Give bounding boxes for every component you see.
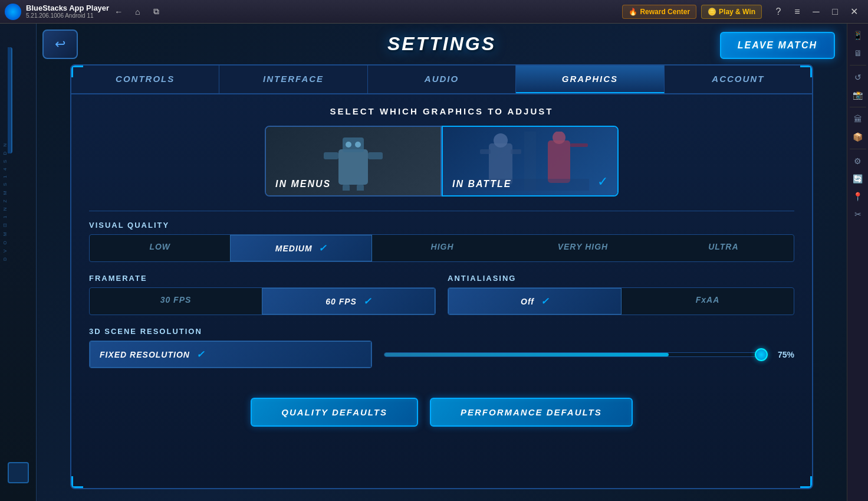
quality-low[interactable]: LOW — [90, 235, 230, 261]
visual-quality-options: LOW MEDIUM ✓ HIGH VERY HIGH ULTRA — [89, 234, 794, 262]
svg-rect-4 — [324, 152, 338, 159]
app-name: BlueStacks App Player — [26, 4, 109, 13]
quality-high[interactable]: HIGH — [372, 235, 512, 261]
sidebar-icon-1[interactable]: 📱 — [850, 27, 866, 44]
svg-rect-14 — [570, 143, 588, 147]
quality-defaults-button[interactable]: QUALITY DEFAULTS — [251, 398, 418, 427]
tab-graphics[interactable]: GRAPHICS — [516, 66, 664, 93]
resolution-slider-fill — [384, 353, 669, 356]
nav-home-button[interactable]: ⌂ — [128, 4, 147, 20]
bottom-buttons: QUALITY DEFAULTS PERFORMANCE DEFAULTS — [71, 392, 812, 438]
graphics-option-menus[interactable]: IN MENUS — [265, 126, 442, 197]
menus-option-label: IN MENUS — [275, 179, 331, 189]
svg-rect-5 — [368, 152, 383, 159]
left-sidebar: D V O M ⊡ 1 N Z M S 1 4 S D N — [0, 24, 37, 501]
quality-medium[interactable]: MEDIUM ✓ — [230, 235, 371, 261]
sidebar-icon-10[interactable]: ✂ — [850, 206, 866, 222]
help-button[interactable]: ? — [769, 4, 788, 20]
menu-button[interactable]: ≡ — [788, 4, 807, 20]
svg-rect-0 — [338, 149, 368, 185]
battle-option-check: ✓ — [597, 174, 608, 189]
sidebar-labels: D V O M ⊡ 1 N Z M S 1 4 S D N — [2, 142, 8, 261]
section-divider-1 — [89, 211, 794, 211]
main-content: ↩ SETTINGS LEAVE MATCH CONTROLS INTERFAC… — [37, 24, 847, 501]
quality-ultra[interactable]: ULTRA — [653, 235, 794, 261]
sidebar-icon-4[interactable]: 📸 — [850, 87, 866, 103]
tab-interface[interactable]: INTERFACE — [219, 66, 367, 93]
graphics-section-title: SELECT WHICH GRAPHICS TO ADJUST — [89, 106, 794, 116]
svg-point-2 — [346, 142, 351, 148]
reward-center-label: Reward Center — [640, 8, 690, 16]
back-arrow-icon: ↩ — [55, 37, 65, 52]
aa-off-check: ✓ — [541, 296, 549, 306]
sidebar-icon-2[interactable]: 🖥 — [850, 45, 866, 61]
app-logo — [5, 4, 21, 20]
close-button[interactable]: ✕ — [844, 4, 863, 20]
corner-decoration-bl — [71, 476, 83, 488]
playnwin-coin-icon: 🪙 — [708, 8, 716, 16]
corner-decoration-tl — [71, 66, 83, 77]
sidebar-icon-7[interactable]: ⚙ — [850, 153, 866, 169]
sidebar-divider-3 — [850, 149, 866, 149]
resolution-select: FIXED RESOLUTION ✓ — [89, 340, 372, 368]
corner-decoration-tr — [800, 66, 812, 77]
fps-30[interactable]: 30 FPS — [90, 288, 262, 315]
antialiasing-options: Off ✓ FxAA — [448, 287, 794, 315]
antialiasing-label: ANTIALIASING — [448, 274, 794, 283]
sidebar-icon-8[interactable]: 🔄 — [850, 171, 866, 187]
play-and-win-button[interactable]: 🪙 Play & Win — [701, 5, 762, 19]
right-sidebar: 📱 🖥 ↺ 📸 🏛 📦 ⚙ 🔄 📍 ✂ — [847, 24, 868, 501]
tab-account[interactable]: ACCOUNT — [665, 66, 812, 93]
svg-rect-7 — [357, 185, 364, 191]
sidebar-divider-1 — [850, 65, 866, 66]
resolution-3d-group: 3D SCENE RESOLUTION FIXED RESOLUTION ✓ — [89, 327, 794, 368]
quality-medium-label: MEDIUM — [275, 244, 313, 253]
sidebar-icon-6[interactable]: 📦 — [850, 129, 866, 145]
visual-quality-group: VISUAL QUALITY LOW MEDIUM ✓ HIGH VERY HI… — [89, 221, 794, 262]
resolution-3d-row: FIXED RESOLUTION ✓ 75% — [89, 340, 794, 368]
aa-off[interactable]: Off ✓ — [448, 288, 622, 315]
svg-point-3 — [355, 142, 361, 148]
sidebar-vertical-text: D V O M ⊡ 1 N Z M S 1 4 S D N — [2, 142, 8, 261]
framerate-antialiasing-row: FRAMERATE 30 FPS 60 FPS ✓ ANTIALIASING O… — [89, 274, 794, 315]
framerate-label: FRAMERATE — [89, 274, 436, 283]
maximize-button[interactable]: □ — [826, 4, 844, 20]
battle-option-label: IN BATTLE — [452, 179, 511, 189]
fps-60[interactable]: 60 FPS ✓ — [262, 288, 435, 315]
resolution-3d-label: 3D SCENE RESOLUTION — [89, 327, 794, 336]
fps-60-check: ✓ — [363, 296, 371, 306]
antialiasing-group: ANTIALIASING Off ✓ FxAA — [448, 274, 794, 315]
sidebar-icon-3[interactable]: ↺ — [850, 69, 866, 86]
minimize-button[interactable]: ─ — [807, 4, 826, 20]
resolution-slider-thumb[interactable] — [755, 348, 768, 361]
nav-back-button[interactable]: ← — [109, 4, 128, 20]
framerate-options: 30 FPS 60 FPS ✓ — [89, 287, 436, 315]
tab-controls[interactable]: CONTROLS — [71, 66, 219, 93]
graphics-option-battle[interactable]: IN BATTLE ✓ — [442, 126, 619, 197]
leave-match-button[interactable]: LEAVE MATCH — [720, 32, 835, 59]
aa-fxaa[interactable]: FxAA — [622, 288, 794, 315]
playnwin-label: Play & Win — [719, 8, 755, 16]
visual-quality-label: VISUAL QUALITY — [89, 221, 794, 230]
resolution-slider-container: 75% — [384, 350, 794, 359]
app-version: 5.21.206.1006 Android 11 — [26, 12, 109, 19]
quality-very-high[interactable]: VERY HIGH — [512, 235, 653, 261]
reward-center-button[interactable]: 🔥 Reward Center — [622, 5, 696, 19]
corner-decoration-br — [800, 476, 812, 488]
fixed-resolution[interactable]: FIXED RESOLUTION ✓ — [90, 341, 371, 368]
left-accent-bar — [8, 47, 12, 153]
sidebar-icon-9[interactable]: 📍 — [850, 188, 866, 205]
back-button[interactable]: ↩ — [42, 30, 78, 59]
sidebar-divider-2 — [850, 107, 866, 107]
fps-60-label: 60 FPS — [326, 297, 357, 306]
nav-layers-button[interactable]: ⧉ — [147, 4, 166, 20]
svg-rect-12 — [548, 140, 570, 183]
framerate-group: FRAMERATE 30 FPS 60 FPS ✓ — [89, 274, 436, 315]
performance-defaults-button[interactable]: PERFORMANCE DEFAULTS — [430, 398, 633, 427]
sidebar-icon-5[interactable]: 🏛 — [850, 111, 866, 127]
fixed-resolution-check: ✓ — [196, 349, 205, 359]
window-controls: ? ≡ ─ □ ✕ — [769, 4, 863, 20]
left-bottom-accent — [8, 462, 29, 483]
tab-audio[interactable]: AUDIO — [368, 66, 516, 93]
quality-medium-check: ✓ — [318, 243, 327, 253]
